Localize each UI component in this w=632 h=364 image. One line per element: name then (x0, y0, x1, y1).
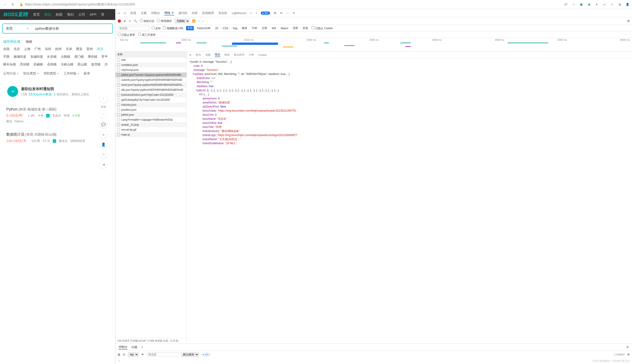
throttle-select[interactable]: 无限制 (174, 19, 190, 23)
device-icon[interactable]: ▭ (124, 11, 126, 15)
close-devtools-icon[interactable]: ✕ (293, 11, 295, 15)
menu-icon[interactable]: ⋯ (286, 11, 289, 15)
request-item[interactable]: industry.json (116, 102, 186, 107)
close-drawer-icon[interactable]: ✕ (626, 346, 629, 349)
console-prompt[interactable]: › (116, 358, 632, 364)
add-tab-icon[interactable]: + (256, 11, 257, 15)
ptab-initiator[interactable]: 发起程序 (234, 53, 245, 57)
request-item[interactable]: avatar_13.png (116, 122, 186, 127)
type-ws[interactable]: WS (270, 26, 277, 30)
user-btn[interactable]: 👤 (100, 140, 107, 148)
request-item[interactable]: joblist.json?scene=1&query=python%E6%95%… (116, 72, 186, 78)
search-icon[interactable]: 🔍 (134, 20, 137, 23)
live-expr-icon[interactable]: 👁 (141, 353, 144, 356)
issues-tab[interactable]: 问题 (132, 345, 138, 349)
request-item[interactable]: condition.json (116, 62, 186, 68)
ptab-timing[interactable]: 计时 (249, 53, 254, 57)
add-drawer-icon[interactable]: + (142, 346, 143, 349)
context-select[interactable]: top (128, 352, 138, 357)
preserve-log[interactable]: 保留日志 (140, 19, 154, 23)
console-settings-icon[interactable]: ⚙ (627, 353, 630, 356)
type-doc[interactable]: 文档 (260, 26, 268, 30)
ptab-preview[interactable]: 预览 (215, 53, 220, 57)
sidebar-toggle-icon[interactable]: ▤ (118, 353, 120, 356)
filter-salary[interactable]: 薪资 (84, 72, 90, 76)
issues-badge[interactable]: ● 99+ (261, 12, 270, 15)
timeline[interactable]: 500 ms1000 ms1500 ms2000 ms2500 ms3000 m… (116, 38, 632, 52)
more-tabs-icon[interactable]: » (250, 11, 252, 15)
ext-icon-1[interactable]: ▣ (579, 2, 584, 7)
tab-sources[interactable]: 源代码 (178, 11, 188, 15)
city-item[interactable]: 杭州 (55, 47, 62, 51)
city-item[interactable]: 广州 (34, 47, 41, 51)
address-bar[interactable]: 🔒 https://www.zhipin.com/web/geek/job?qu… (18, 1, 562, 8)
blocked-cookie[interactable]: 已阻止 Cookie (312, 26, 332, 30)
tab-city-region[interactable]: 城市和区域 (3, 40, 20, 44)
dock-icon[interactable]: ⇄ (280, 11, 282, 15)
favorite-icon[interactable]: ☆ (571, 2, 576, 7)
city-item[interactable]: 全国 (3, 47, 10, 51)
district-item[interactable]: 虎门镇 (74, 55, 84, 59)
filter-jobtype[interactable]: 职位类型▼ (23, 72, 39, 76)
inspect-icon[interactable]: ▭ (117, 11, 120, 15)
district-item[interactable]: 石排镇 (47, 62, 56, 66)
request-item[interactable]: info (116, 58, 186, 62)
request-item[interactable]: getSubwayByCity?cityCode=101281600 (116, 97, 186, 102)
tab-network[interactable]: 网络 ✕ (164, 11, 174, 16)
refresh-btn[interactable]: ↻ (100, 150, 107, 158)
nav-app[interactable]: APP (90, 12, 96, 17)
collections-icon[interactable]: ▭ (602, 2, 607, 7)
district-item[interactable]: 大朗镇 (61, 55, 70, 59)
tab-lighthouse[interactable]: Lighthouse (231, 11, 247, 15)
request-item[interactable]: businessDistrict.json?cityCode=101281600 (116, 92, 186, 97)
notify-card[interactable]: ✉ 新职位发布时通知我 订阅【东莞/python数据...】相关岗位，新岗位上线… (3, 82, 112, 101)
ext-icon-2[interactable]: ◉ (587, 2, 591, 7)
city-item[interactable]: 深圳 (45, 47, 51, 51)
feedback-btn[interactable]: ! (100, 95, 107, 103)
ptab-payload[interactable]: 负载 (205, 53, 211, 57)
type-fetch[interactable]: Fetch/XHR (196, 26, 212, 30)
read-aloud-icon[interactable]: Aᴺ (564, 2, 568, 7)
tab-elements[interactable]: 元素 (140, 11, 147, 15)
console-tab[interactable]: 控制台 (118, 345, 128, 350)
back-button[interactable]: ← (2, 2, 8, 7)
district-item[interactable]: 南城街道 (14, 55, 26, 59)
extensions-icon[interactable]: ✦ (594, 2, 599, 7)
json-preview[interactable]: ▼{code: 0, message: "Success",…} code: 0… (187, 58, 632, 344)
type-wasm[interactable]: Wasm (280, 26, 290, 30)
city-selector[interactable]: 东莞 ▼ (3, 24, 32, 33)
chat-btn[interactable]: 💬 (100, 121, 107, 128)
type-other[interactable]: 其他 (302, 26, 309, 30)
job-card[interactable]: 数据统计员 [东莞·大朗镇·松山湖] 120-130元/天 5天/周 3个月 ▪… (3, 129, 112, 148)
type-all[interactable]: 全部 (186, 26, 194, 30)
nav-home[interactable]: 首页 (33, 12, 40, 17)
district-item[interactable]: 樟木头镇 (3, 62, 16, 66)
tab-memory[interactable]: 内存 (191, 11, 198, 15)
nav-overseas[interactable]: 海归 (67, 12, 74, 17)
city-item[interactable]: 天津 (66, 47, 72, 51)
request-item[interactable]: r.png?t=health×=1&page=%5Bindex%5D& (116, 117, 186, 122)
close-preview-icon[interactable]: ✕ (189, 53, 192, 57)
clear-console-icon[interactable]: ⊘ (123, 353, 125, 356)
settings-icon[interactable]: ⚙ (274, 11, 276, 15)
district-item[interactable]: 常平 (102, 55, 108, 59)
request-item[interactable]: cityGroup.json (116, 68, 186, 72)
city-item[interactable]: 北京 (14, 47, 20, 51)
console-filter[interactable] (147, 352, 178, 357)
district-item[interactable]: 东城街道 (30, 55, 43, 59)
favorites-icon[interactable]: ✩ (610, 2, 614, 7)
tab-application[interactable]: 应用程序 (202, 11, 214, 15)
refresh-button[interactable]: ↻ (10, 2, 16, 7)
district-item[interactable]: 沙 (104, 62, 108, 66)
filter-toggle-icon[interactable]: ⚞ (128, 20, 131, 23)
type-media[interactable]: 媒体 (240, 26, 248, 30)
clear-button[interactable]: ⊘ (124, 20, 126, 23)
type-img[interactable]: Img (232, 26, 238, 30)
district-item[interactable]: 石碣镇 (34, 62, 43, 66)
upload-icon[interactable]: ↑ (198, 20, 200, 23)
ptab-headers[interactable]: 标头 (196, 53, 201, 57)
ptab-response[interactable]: 响应 (224, 53, 230, 57)
type-manifest[interactable]: 清单 (292, 26, 299, 30)
req-header[interactable]: 名称 (116, 52, 186, 58)
type-font[interactable]: 字体 (250, 26, 258, 30)
